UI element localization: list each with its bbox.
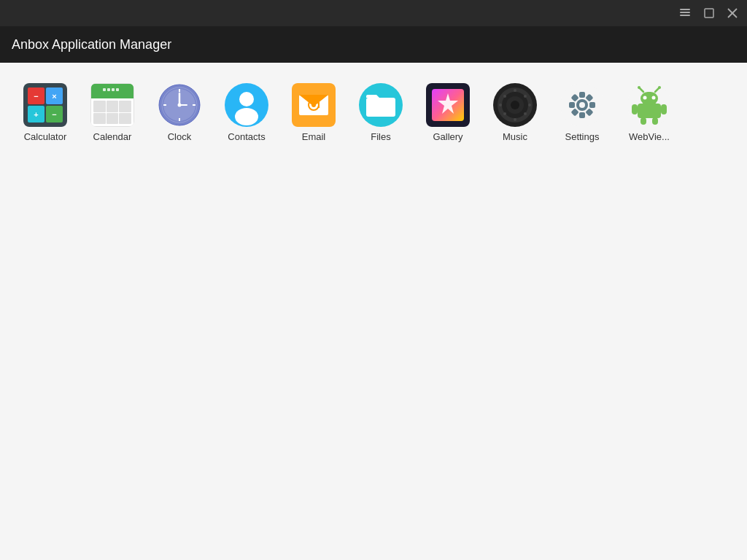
files-icon xyxy=(359,83,403,127)
main-content: − × + − Calculator xyxy=(0,63,747,560)
app-item-email[interactable]: Email xyxy=(283,77,344,149)
clock-icon xyxy=(158,83,201,127)
close-button[interactable] xyxy=(727,7,738,19)
svg-rect-1 xyxy=(680,9,690,10)
calculator-icon: − × + − xyxy=(23,83,67,127)
app-item-gallery[interactable]: Gallery xyxy=(417,77,479,149)
svg-rect-8 xyxy=(112,88,115,91)
svg-rect-9 xyxy=(116,88,119,91)
email-label: Email xyxy=(302,131,326,143)
calendar-label: Calendar xyxy=(93,131,132,143)
webview-label: WebVie... xyxy=(629,131,670,143)
app-item-contacts[interactable]: Contacts xyxy=(216,77,277,149)
svg-rect-60 xyxy=(640,92,658,105)
app-item-music[interactable]: Music xyxy=(484,77,546,149)
clock-label: Clock xyxy=(168,131,192,143)
svg-rect-67 xyxy=(632,104,638,114)
svg-point-27 xyxy=(311,103,316,107)
restore-button[interactable] xyxy=(703,7,715,19)
svg-point-46 xyxy=(503,95,506,98)
svg-rect-54 xyxy=(579,112,585,118)
svg-point-44 xyxy=(503,112,506,115)
svg-rect-50 xyxy=(579,92,585,98)
app-item-files[interactable]: Files xyxy=(350,77,411,149)
svg-rect-70 xyxy=(652,117,658,125)
app-item-webview[interactable]: WebVie... xyxy=(619,77,680,149)
app-item-clock[interactable]: Clock xyxy=(149,77,210,149)
window-topbar xyxy=(0,0,747,26)
svg-point-62 xyxy=(652,96,656,100)
app-item-calendar[interactable]: Calendar xyxy=(82,77,143,149)
svg-rect-0 xyxy=(680,12,690,13)
webview-icon xyxy=(627,83,671,127)
svg-rect-30 xyxy=(366,98,395,117)
svg-rect-69 xyxy=(640,117,646,125)
contacts-icon xyxy=(225,83,268,127)
music-icon xyxy=(493,83,537,127)
svg-rect-7 xyxy=(107,88,110,91)
gallery-icon xyxy=(426,83,470,127)
svg-rect-2 xyxy=(680,15,690,16)
contacts-label: Contacts xyxy=(228,131,265,143)
svg-point-21 xyxy=(239,92,254,106)
svg-rect-6 xyxy=(103,88,106,91)
music-label: Music xyxy=(503,131,527,143)
calendar-icon xyxy=(90,83,134,127)
app-item-settings[interactable]: Settings xyxy=(551,77,613,149)
svg-rect-3 xyxy=(705,9,713,18)
svg-point-61 xyxy=(643,96,647,100)
svg-point-39 xyxy=(514,89,516,92)
gallery-label: Gallery xyxy=(433,131,462,143)
svg-rect-52 xyxy=(589,102,595,108)
app-title: Anbox Application Manager xyxy=(12,37,171,52)
settings-label: Settings xyxy=(565,131,600,143)
calculator-label: Calculator xyxy=(24,131,67,143)
svg-rect-56 xyxy=(569,102,575,108)
minimize-button[interactable] xyxy=(678,7,692,20)
svg-point-41 xyxy=(528,104,531,106)
svg-point-38 xyxy=(511,101,519,109)
svg-point-22 xyxy=(235,108,258,125)
svg-point-43 xyxy=(514,118,516,121)
svg-point-65 xyxy=(638,86,640,89)
svg-rect-68 xyxy=(661,104,667,114)
svg-rect-59 xyxy=(638,104,661,118)
email-icon xyxy=(292,83,336,127)
files-label: Files xyxy=(371,131,390,143)
app-grid: − × + − Calculator xyxy=(15,77,732,149)
svg-point-66 xyxy=(658,86,661,89)
svg-point-40 xyxy=(524,95,527,98)
svg-point-42 xyxy=(524,112,527,115)
settings-icon xyxy=(560,83,604,127)
svg-point-19 xyxy=(178,104,182,107)
svg-point-45 xyxy=(499,104,502,106)
app-item-calculator[interactable]: − × + − Calculator xyxy=(15,77,76,149)
svg-point-49 xyxy=(579,102,585,108)
titlebar: Anbox Application Manager xyxy=(0,26,747,63)
